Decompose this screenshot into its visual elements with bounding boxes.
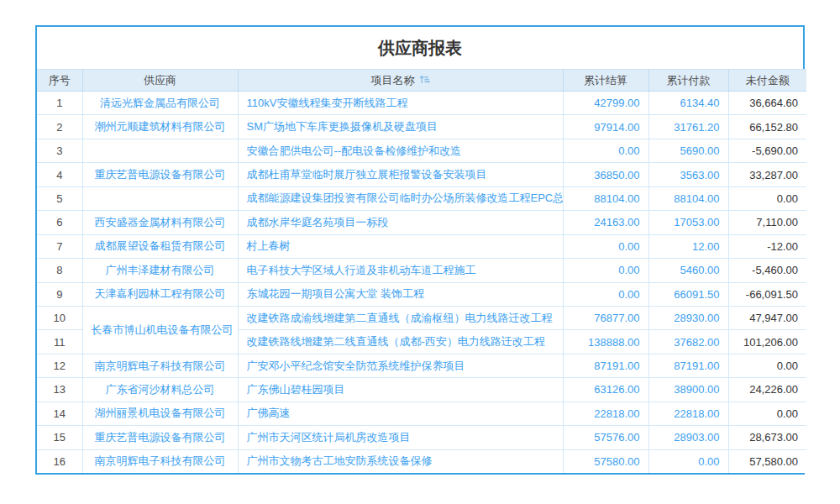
row-index: 13	[37, 378, 82, 402]
report-title: 供应商报表	[37, 27, 803, 69]
paid-amount[interactable]: 22818.00	[648, 402, 728, 425]
settled-amount[interactable]: 22818.00	[563, 402, 648, 425]
paid-amount[interactable]: 88104.00	[648, 186, 728, 210]
project-link[interactable]: 安徽合肥供电公司--配电设备检修维护和改造	[238, 139, 563, 162]
row-index: 1	[37, 92, 82, 115]
table-row: 5成都能源建设集团投资有限公司临时办公场所装修改造工程EPC总承包88104.0…	[37, 186, 806, 210]
settled-amount[interactable]: 24163.00	[563, 211, 648, 234]
project-link[interactable]: 改建铁路成渝线增建第二直通线（成渝枢纽）电力线路迁改工程	[238, 306, 563, 329]
project-link[interactable]: 成都水岸华庭名苑项目一标段	[238, 211, 563, 234]
paid-amount[interactable]: 28903.00	[648, 426, 728, 449]
paid-amount[interactable]: 0.00	[648, 449, 728, 473]
settled-amount[interactable]: 0.00	[563, 139, 648, 162]
row-index: 6	[37, 211, 82, 234]
supplier-link[interactable]: 长春市博山机电设备有限公司	[82, 306, 238, 354]
project-link[interactable]: SM广场地下车库更换摄像机及硬盘项目	[238, 115, 563, 139]
settled-amount[interactable]: 76877.00	[563, 306, 648, 329]
project-link[interactable]: 电子科技大学区域人行道及非机动车道工程施工	[238, 259, 563, 282]
col-header-settled-label: 累计结算	[584, 74, 627, 87]
paid-amount[interactable]: 3563.00	[648, 163, 728, 186]
row-index: 7	[37, 234, 82, 258]
col-header-unpaid-label: 未付金额	[746, 74, 790, 87]
paid-amount[interactable]: 66091.50	[648, 282, 728, 306]
row-index: 5	[37, 186, 82, 210]
paid-amount[interactable]: 31761.20	[648, 115, 728, 139]
project-link[interactable]: 广安邓小平纪念馆安全防范系统维护保养项目	[238, 354, 563, 377]
table-row: 7成都展望设备租赁有限公司村上春树0.0012.00-12.00	[37, 234, 806, 258]
settled-amount[interactable]: 138888.00	[563, 330, 648, 354]
paid-amount[interactable]: 87191.00	[648, 354, 728, 377]
project-link[interactable]: 广佛高速	[238, 402, 563, 425]
unpaid-amount: 0.00	[728, 354, 806, 377]
project-link[interactable]: 广州市天河区统计局机房改造项目	[238, 426, 563, 449]
settled-amount[interactable]: 88104.00	[563, 186, 648, 210]
supplier-link[interactable]: 潮州元顺建筑材料有限公司	[82, 115, 238, 139]
col-header-paid: 累计付款	[648, 70, 728, 92]
project-link[interactable]: 村上春树	[238, 234, 563, 258]
sort-icon[interactable]	[419, 74, 430, 87]
supplier-link[interactable]	[82, 186, 238, 210]
unpaid-amount: -66,091.50	[728, 282, 806, 306]
project-link[interactable]: 广州市文物考古工地安防系统设备保修	[238, 449, 563, 473]
project-link[interactable]: 广东佛山碧桂园项目	[238, 378, 563, 402]
table-row: 15重庆艺普电源设备有限公司广州市天河区统计局机房改造项目57576.00289…	[37, 426, 806, 449]
supplier-link[interactable]: 重庆艺普电源设备有限公司	[82, 426, 238, 449]
supplier-link[interactable]: 西安盛器金属材料有限公司	[82, 211, 238, 234]
table-row: 9天津嘉利园林工程有限公司东城花园一期项目公寓大堂 装饰工程0.0066091.…	[37, 282, 806, 306]
table-row: 3安徽合肥供电公司--配电设备检修维护和改造0.005690.00-5,690.…	[37, 139, 806, 162]
supplier-link[interactable]: 天津嘉利园林工程有限公司	[82, 282, 238, 306]
settled-amount[interactable]: 0.00	[563, 282, 648, 306]
settled-amount[interactable]: 57576.00	[563, 426, 648, 449]
settled-amount[interactable]: 87191.00	[563, 354, 648, 377]
col-header-settled: 累计结算	[563, 70, 648, 92]
project-link[interactable]: 成都能源建设集团投资有限公司临时办公场所装修改造工程EPC总承包	[238, 186, 563, 210]
row-index: 2	[37, 115, 82, 139]
paid-amount[interactable]: 38900.00	[648, 378, 728, 402]
project-link[interactable]: 成都杜甫草堂临时展厅独立展柜报警设备安装项目	[238, 163, 563, 186]
unpaid-amount: 57,580.00	[728, 449, 806, 473]
row-index: 14	[37, 402, 82, 425]
supplier-link[interactable]: 重庆艺普电源设备有限公司	[82, 163, 238, 186]
row-index: 8	[37, 259, 82, 282]
col-header-project[interactable]: 项目名称	[238, 70, 563, 92]
unpaid-amount: 7,110.00	[728, 211, 806, 234]
supplier-link[interactable]	[82, 139, 238, 162]
supplier-link[interactable]: 湖州丽景机电设备有限公司	[82, 402, 238, 425]
unpaid-amount: 66,152.80	[728, 115, 806, 139]
settled-amount[interactable]: 0.00	[563, 234, 648, 258]
unpaid-amount: 33,287.00	[728, 163, 806, 186]
table-header-row: 序号 供应商 项目名称 累计结算 累计付款 未付金额	[37, 70, 806, 92]
paid-amount[interactable]: 6134.40	[648, 92, 728, 115]
settled-amount[interactable]: 0.00	[563, 259, 648, 282]
supplier-link[interactable]: 南京明辉电子科技有限公司	[82, 449, 238, 473]
row-index: 16	[37, 449, 82, 473]
col-header-project-label: 项目名称	[371, 74, 415, 87]
supplier-link[interactable]: 南京明辉电子科技有限公司	[82, 354, 238, 377]
settled-amount[interactable]: 57580.00	[563, 449, 648, 473]
unpaid-amount: 47,947.00	[728, 306, 806, 329]
project-link[interactable]: 东城花园一期项目公寓大堂 装饰工程	[238, 282, 563, 306]
project-link[interactable]: 改建铁路线增建第二线直通线（成都-西安）电力线路迁改工程	[238, 330, 563, 354]
paid-amount[interactable]: 28930.00	[648, 306, 728, 329]
settled-amount[interactable]: 63126.00	[563, 378, 648, 402]
supplier-link[interactable]: 清远光辉金属品有限公司	[82, 92, 238, 115]
supplier-link[interactable]: 成都展望设备租赁有限公司	[82, 234, 238, 258]
unpaid-amount: 36,664.60	[728, 92, 806, 115]
col-header-supplier-label: 供应商	[144, 74, 176, 87]
paid-amount[interactable]: 37682.00	[648, 330, 728, 354]
paid-amount[interactable]: 5690.00	[648, 139, 728, 162]
paid-amount[interactable]: 12.00	[648, 234, 728, 258]
table-row: 4重庆艺普电源设备有限公司成都杜甫草堂临时展厅独立展柜报警设备安装项目36850…	[37, 163, 806, 186]
unpaid-amount: -5,690.00	[728, 139, 806, 162]
unpaid-amount: -12.00	[728, 234, 806, 258]
paid-amount[interactable]: 17053.00	[648, 211, 728, 234]
settled-amount[interactable]: 42799.00	[563, 92, 648, 115]
settled-amount[interactable]: 36850.00	[563, 163, 648, 186]
supplier-link[interactable]: 广东省河沙材料总公司	[82, 378, 238, 402]
project-link[interactable]: 110kV安徽线程集变开断线路工程	[238, 92, 563, 115]
supplier-link[interactable]: 广州丰泽建材有限公司	[82, 259, 238, 282]
unpaid-amount: 24,226.00	[728, 378, 806, 402]
paid-amount[interactable]: 5460.00	[648, 259, 728, 282]
col-header-supplier: 供应商	[82, 70, 238, 92]
settled-amount[interactable]: 97914.00	[563, 115, 648, 139]
